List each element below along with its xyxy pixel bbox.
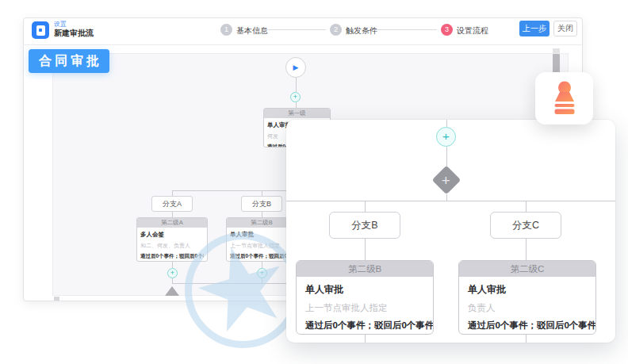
flow-line [446,120,447,127]
step-1-label: 基本信息 [236,25,268,36]
branch-a-button[interactable]: 分支A [151,196,193,212]
add-branch-diamond-button[interactable]: + [432,166,461,195]
flow-line [172,190,173,196]
flow-line [262,262,262,268]
step-3-circle: 3 [441,24,453,36]
node-assignee: 和二、何发、负责人 [140,242,204,250]
node-events: 通过后0个事件；驳回后0个事件 [305,320,424,331]
step-connector [373,29,437,30]
node-events: 通过后0个事件；驳回后0个事件 [230,253,293,260]
node-approval-type: 多人会签 [140,231,204,239]
step-3-label: 设置流程 [457,25,488,36]
node-assignee: 上一节点审批人指定 [305,302,424,314]
flow-line [262,190,262,196]
step-2-label: 触发条件 [346,25,377,36]
branch-split-line [286,201,615,201]
previous-step-button[interactable]: 上一步 [519,21,550,36]
contract-approval-badge: 合同审批 [29,49,109,73]
flow-line [446,194,447,201]
flow-line [296,78,297,92]
flow-line [172,262,173,268]
node-approval-type: 单人审批 [305,283,424,297]
branch-c-button[interactable]: 分支C [490,212,561,239]
plus-icon: + [170,269,174,277]
step-1-circle: 1 [220,24,232,36]
flow-line [365,335,366,343]
merge-arrow-icon [165,286,179,296]
plus-icon: + [442,172,450,187]
flow-line [365,201,366,212]
node-events: 通过后0个事件；驳回后0个事件 [468,320,587,331]
branch-b-button[interactable]: 分支B [329,212,400,239]
stamp-card [535,72,593,125]
window-header [23,17,583,45]
approval-node-level2a[interactable]: 第二级A 多人会签 和二、何发、负责人 通过后0个事件；驳回后0个事件 [136,217,208,262]
step-connector [264,29,326,30]
node-assignee: 负责人 [468,302,587,314]
scrollbar-up-cap[interactable] [553,48,560,53]
flow-line [446,147,447,167]
horizontal-scrollbar-cap[interactable] [54,297,59,301]
node-title: 第二级B [297,261,433,277]
node-approval-type: 单人审批 [230,231,293,239]
plus-icon: + [293,93,297,101]
flow-line [262,212,262,217]
approval-node-level2b[interactable]: 第二级B 单人审批 上一节点审批人指定 通过后0个事件；驳回后0个事件 [296,260,434,335]
node-title: 第二级C [459,261,595,277]
page: 设置 新建审批流 1 基本信息 2 触发条件 3 设置流程 上一步 关闭 ▶ +… [0,0,628,364]
document-icon [36,25,45,36]
stamp-icon [551,81,578,116]
approval-app-icon [32,21,49,39]
zoomed-flow-panel: + + 分支B 第二级B 单人审批 上一节点审批人指定 通过后0个事件；驳回后0… [286,120,615,343]
plus-icon: + [260,269,264,277]
node-events: 通过后0个事件；驳回后0个事件 [140,253,204,260]
flow-line [172,212,173,217]
start-node[interactable]: ▶ [285,57,306,78]
page-title: 新建审批流 [54,28,94,39]
add-node-button[interactable]: + [167,268,178,278]
node-approval-type: 单人审批 [468,283,587,297]
add-node-button[interactable]: + [257,268,267,278]
flow-line [526,239,527,260]
add-node-button[interactable]: + [436,127,456,147]
node-title: 第一级 [264,109,330,118]
approval-node-level2c[interactable]: 第二级C 单人审批 负责人 通过后0个事件；驳回后0个事件 [458,260,596,335]
node-assignee: 上一节点审批人指定 [230,242,293,250]
flow-line [526,335,527,343]
flow-line [526,201,527,212]
node-title: 第二级A [137,218,207,228]
plus-icon: + [442,129,450,143]
step-2-circle: 2 [330,24,342,36]
flow-line [365,239,366,260]
play-icon: ▶ [293,63,299,71]
add-node-button[interactable]: + [290,92,301,102]
close-button[interactable]: 关闭 [553,21,577,36]
branch-b-button[interactable]: 分支B [241,196,282,212]
flow-line [296,102,297,108]
